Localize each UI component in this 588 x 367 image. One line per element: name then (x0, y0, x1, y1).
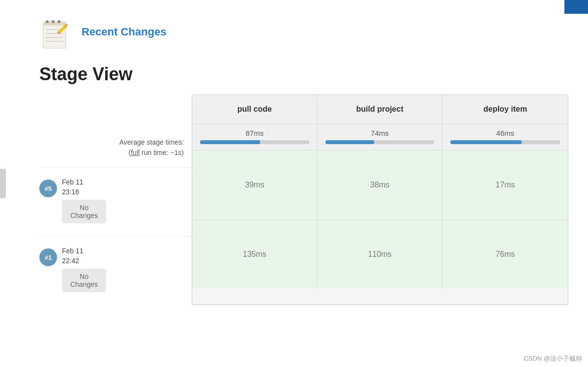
build-date-0: Feb 1123:16 (62, 178, 84, 197)
data-cell-1-2: 76ms (442, 220, 568, 289)
left-column: Average stage times: (full run time: ~1s… (39, 94, 192, 305)
data-cell-0-0: 39ms (192, 151, 318, 219)
build-date-1: Feb 1122:42 (62, 246, 84, 266)
avg-time-deploy_item: 46ms (450, 129, 560, 137)
data-cell-0-2: 17ms (442, 151, 568, 219)
svg-rect-0 (43, 22, 66, 48)
watermark: CSDN @这小子贼帅 (524, 354, 582, 363)
right-grid: pull codebuild projectdeploy item 87ms 7… (192, 94, 568, 305)
header-cell-pull_code: pull code (192, 95, 318, 123)
left-header-spacer (39, 94, 192, 128)
progress-bar-bg-pull_code (200, 140, 309, 144)
data-cell-inner-0-0: 39ms (192, 151, 317, 219)
data-cell-inner-0-2: 17ms (442, 151, 568, 219)
avg-label-text: Average stage times: (full run time: ~1s… (119, 137, 184, 158)
progress-bar-fill-deploy_item (450, 140, 522, 144)
left-builds-col: #5 Feb 1123:16 NoChanges #1 Feb 1122:42 … (39, 167, 192, 305)
avg-cell-build_project: 74ms (318, 124, 443, 150)
build-info-0: Feb 1123:16 NoChanges (62, 178, 187, 223)
progress-bar-fill-build_project (325, 140, 375, 144)
build-badge-1[interactable]: #1 (39, 248, 57, 266)
header-cell-deploy_item: deploy item (442, 95, 568, 123)
stage-grid: Average stage times: (full run time: ~1s… (39, 94, 568, 305)
header: Recent Changes (0, 0, 588, 59)
data-row-0: 39ms38ms17ms (192, 150, 568, 219)
svg-point-6 (46, 20, 49, 23)
header-cell-build_project: build project (318, 95, 443, 123)
page-header-title: Recent Changes (82, 26, 166, 38)
progress-bar-bg-deploy_item (450, 140, 560, 144)
build-info-1: Feb 1122:42 NoChanges (62, 246, 187, 292)
data-cell-0-1: 38ms (318, 151, 443, 219)
avg-time-pull_code: 87ms (200, 129, 309, 137)
avg-cell-pull_code: 87ms (192, 124, 318, 150)
top-right-bar (564, 0, 588, 14)
full-run-link[interactable]: full (131, 149, 140, 156)
build-badge-0[interactable]: #5 (39, 180, 57, 197)
svg-point-8 (58, 20, 60, 23)
avg-time-build_project: 74ms (325, 129, 435, 137)
progress-bar-bg-build_project (325, 140, 435, 144)
avg-cell-deploy_item: 46ms (442, 124, 568, 150)
left-build-row-1: #1 Feb 1122:42 NoChanges (39, 236, 192, 305)
data-cell-1-0: 135ms (192, 220, 318, 289)
scroll-indicator[interactable] (0, 169, 6, 198)
data-cell-1-1: 110ms (318, 220, 443, 289)
data-row-1: 135ms110ms76ms (192, 219, 568, 289)
svg-point-7 (52, 20, 55, 23)
data-cell-inner-1-0: 135ms (192, 220, 317, 289)
grid-header-row: pull codebuild projectdeploy item (192, 95, 568, 123)
data-rows: 39ms38ms17ms135ms110ms76ms (192, 150, 568, 289)
left-build-row-0: #5 Feb 1123:16 NoChanges (39, 167, 192, 236)
no-changes-box-0: NoChanges (62, 200, 106, 223)
data-cell-inner-1-2: 76ms (442, 220, 568, 289)
avg-label: Average stage times: (full run time: ~1s… (39, 128, 192, 167)
notepad-icon (39, 15, 74, 49)
no-changes-box-1: NoChanges (62, 269, 106, 292)
progress-bar-fill-pull_code (200, 140, 260, 144)
data-cell-inner-1-1: 110ms (318, 220, 442, 289)
page-title: Stage View (0, 59, 588, 94)
data-cell-inner-0-1: 38ms (318, 151, 442, 219)
avg-row: 87ms 74ms 46ms (192, 123, 568, 150)
